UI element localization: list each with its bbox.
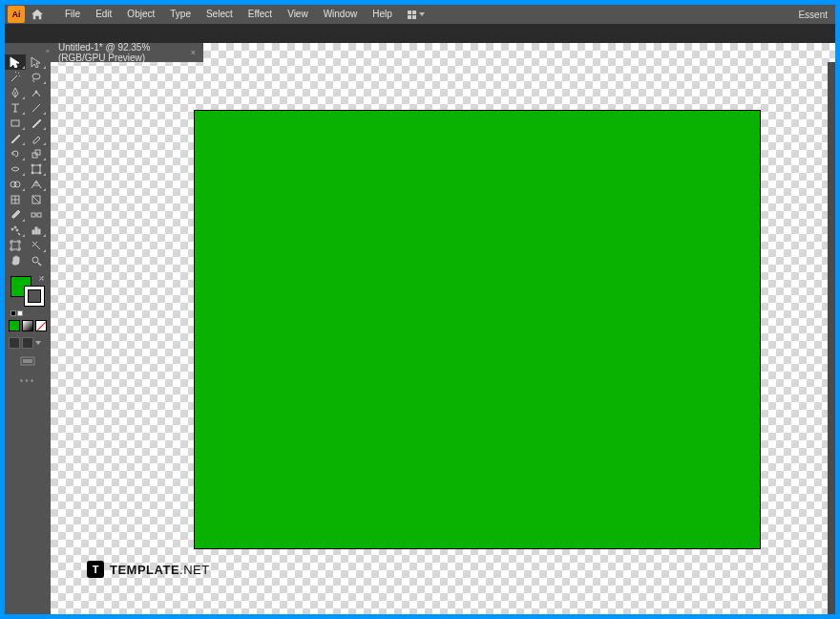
watermark-icon: T: [87, 561, 104, 578]
svg-point-11: [14, 181, 20, 187]
canvas[interactable]: Untitled-1* @ 92.35% (RGB/GPU Preview) ×…: [51, 43, 835, 614]
svg-rect-15: [37, 213, 41, 217]
rectangle-tool[interactable]: [5, 116, 26, 131]
vertical-scrollbar[interactable]: [828, 62, 835, 614]
watermark-text: TEMPLATE.NET: [110, 563, 210, 577]
svg-rect-25: [23, 359, 32, 363]
green-rectangle[interactable]: [194, 110, 761, 549]
menu-file[interactable]: File: [57, 5, 88, 24]
eyedropper-tool[interactable]: [5, 207, 26, 223]
rotate-tool[interactable]: [5, 146, 26, 161]
home-icon[interactable]: [31, 9, 44, 20]
svg-point-23: [32, 257, 38, 263]
eraser-tool[interactable]: [26, 131, 47, 146]
workspace-label[interactable]: Essent: [798, 10, 828, 20]
workarea: ››: [5, 43, 835, 614]
watermark: T TEMPLATE.NET: [87, 561, 210, 578]
scale-tool[interactable]: [26, 146, 47, 161]
svg-point-17: [14, 226, 16, 228]
toolbar: ››: [5, 43, 51, 614]
default-swatch[interactable]: [10, 310, 16, 316]
menu-window[interactable]: Window: [316, 5, 366, 24]
svg-point-9: [39, 172, 41, 174]
svg-rect-19: [32, 230, 34, 234]
svg-rect-14: [32, 213, 35, 217]
draw-normal[interactable]: [9, 337, 20, 349]
direct-selection-tool[interactable]: [26, 54, 47, 70]
magic-wand-tool[interactable]: [5, 70, 26, 85]
swap-fill-stroke-icon[interactable]: ⤮: [38, 274, 45, 283]
draw-mode-chevron-icon[interactable]: [35, 341, 41, 345]
blend-tool[interactable]: [26, 207, 47, 223]
draw-behind[interactable]: [22, 337, 33, 349]
menu-bar: Ai File Edit Object Type Select Effect V…: [5, 5, 835, 24]
line-segment-tool[interactable]: [26, 100, 47, 116]
pen-tool[interactable]: [5, 85, 26, 100]
lasso-tool[interactable]: [26, 70, 47, 85]
svg-point-7: [39, 164, 41, 166]
default-swatch-white[interactable]: [17, 310, 23, 316]
close-tab-icon[interactable]: ×: [191, 48, 196, 57]
svg-point-16: [11, 228, 13, 230]
svg-point-1: [35, 91, 37, 93]
shape-builder-tool[interactable]: [5, 177, 26, 192]
menu-type[interactable]: Type: [162, 5, 199, 24]
document-tab[interactable]: Untitled-1* @ 92.35% (RGB/GPU Preview) ×: [51, 43, 203, 62]
app-frame: Ai File Edit Object Type Select Effect V…: [5, 5, 835, 614]
menu-effect[interactable]: Effect: [241, 5, 280, 24]
selection-tool[interactable]: [5, 54, 26, 70]
symbol-sprayer-tool[interactable]: [5, 223, 26, 238]
type-tool[interactable]: [5, 100, 26, 116]
menu-edit[interactable]: Edit: [88, 5, 119, 24]
svg-rect-5: [32, 165, 40, 173]
slice-tool[interactable]: [26, 238, 47, 253]
app-logo: Ai: [8, 6, 25, 23]
width-tool[interactable]: [5, 161, 26, 177]
mode-none[interactable]: [35, 320, 47, 331]
free-transform-tool[interactable]: [26, 161, 47, 177]
zoom-tool[interactable]: [26, 253, 47, 268]
paintbrush-tool[interactable]: [26, 116, 47, 131]
mode-color[interactable]: [9, 320, 20, 331]
svg-point-6: [32, 164, 33, 166]
gradient-tool[interactable]: [26, 192, 47, 207]
svg-point-8: [32, 172, 33, 174]
stroke-swatch[interactable]: [24, 286, 45, 307]
menu-select[interactable]: Select: [199, 5, 241, 24]
svg-rect-20: [35, 227, 37, 234]
mode-gradient[interactable]: [22, 320, 33, 331]
color-modes: [9, 320, 51, 331]
menu-help[interactable]: Help: [365, 5, 400, 24]
svg-point-0: [32, 74, 40, 79]
svg-rect-2: [11, 120, 19, 126]
menu-object[interactable]: Object: [119, 5, 162, 24]
menu-view[interactable]: View: [280, 5, 316, 24]
workspace-switcher[interactable]: [408, 11, 425, 19]
svg-rect-21: [38, 229, 40, 234]
toolbar-more-icon[interactable]: •••: [5, 375, 51, 386]
svg-point-18: [16, 229, 18, 231]
svg-rect-22: [11, 242, 19, 249]
curvature-tool[interactable]: [26, 85, 47, 100]
fill-stroke-control[interactable]: ⤮: [9, 274, 47, 307]
mesh-tool[interactable]: [5, 192, 26, 207]
column-graph-tool[interactable]: [26, 223, 47, 238]
hand-tool[interactable]: [5, 253, 26, 268]
document-tab-label: Untitled-1* @ 92.35% (RGB/GPU Preview): [58, 42, 181, 63]
draw-modes: [9, 337, 51, 349]
perspective-grid-tool[interactable]: [26, 177, 47, 192]
artboard-tool[interactable]: [5, 238, 26, 253]
shaper-tool[interactable]: [5, 131, 26, 146]
screen-mode-button[interactable]: [5, 356, 51, 366]
